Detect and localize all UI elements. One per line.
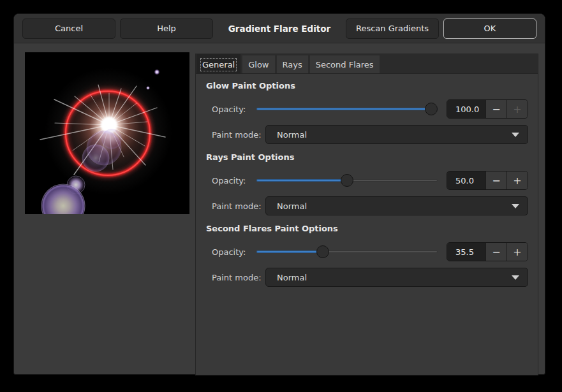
opacity-row: Opacity: 50.0 − + — [212, 171, 528, 190]
dialog-content: General Glow Rays Second Flares Glow Pai… — [14, 43, 545, 374]
plus-button[interactable]: + — [507, 171, 528, 189]
tab-strip: General Glow Rays Second Flares — [196, 54, 538, 74]
rays-opacity-spinbox: 50.0 − + — [447, 171, 528, 190]
rays-opacity-value[interactable]: 50.0 — [447, 171, 485, 189]
opacity-row: Opacity: 35.5 − + — [212, 242, 528, 261]
rescan-gradients-button[interactable]: Rescan Gradients — [346, 18, 439, 39]
tab-second-flares[interactable]: Second Flares — [310, 55, 380, 73]
second-flares-paint-mode-dropdown[interactable]: Normal — [265, 268, 528, 287]
slider-handle[interactable] — [316, 245, 329, 258]
opacity-label: Opacity: — [212, 105, 256, 114]
tab-rays[interactable]: Rays — [277, 55, 308, 73]
title-area: Gradient Flare Editor — [218, 24, 341, 34]
cancel-button[interactable]: Cancel — [22, 18, 115, 39]
chevron-down-icon — [512, 275, 519, 280]
minus-button[interactable]: − — [485, 100, 507, 118]
settings-notebook: General Glow Rays Second Flares Glow Pai… — [195, 54, 538, 375]
paint-mode-value: Normal — [277, 201, 512, 211]
rays-paint-options-section: Rays Paint Options Opacity: 50.0 − + — [206, 152, 528, 215]
paint-mode-row: Paint mode: Normal — [212, 268, 528, 287]
paint-mode-value: Normal — [277, 273, 512, 282]
minus-button[interactable]: − — [485, 243, 507, 261]
slider-fill — [256, 179, 347, 182]
chevron-down-icon — [512, 133, 519, 137]
glow-opacity-value[interactable]: 100.0 — [447, 100, 485, 118]
header-bar: Cancel Help Gradient Flare Editor Rescan… — [14, 14, 545, 43]
help-button[interactable]: Help — [120, 18, 213, 39]
paint-mode-label: Paint mode: — [212, 201, 265, 211]
glow-opacity-slider[interactable] — [256, 102, 439, 116]
paint-mode-value: Normal — [277, 130, 512, 140]
gradient-flare-editor-dialog: Cancel Help Gradient Flare Editor Rescan… — [13, 13, 545, 375]
slider-handle[interactable] — [341, 174, 353, 187]
flare-preview-svg — [25, 52, 189, 214]
slider-handle[interactable] — [425, 103, 438, 115]
section-heading: Rays Paint Options — [206, 152, 528, 163]
section-heading: Glow Paint Options — [206, 80, 528, 91]
second-flares-opacity-spinbox: 35.5 − + — [447, 242, 528, 261]
second-flares-opacity-value[interactable]: 35.5 — [447, 243, 485, 261]
plus-button[interactable]: + — [507, 100, 528, 118]
paint-mode-label: Paint mode: — [212, 273, 265, 282]
glow-paint-options-section: Glow Paint Options Opacity: 100.0 − + — [206, 80, 528, 144]
paint-mode-row: Paint mode: Normal — [212, 125, 528, 144]
tab-general[interactable]: General — [196, 54, 240, 73]
tab-rays-label: Rays — [283, 60, 302, 69]
minus-button[interactable]: − — [485, 171, 507, 189]
second-flares-opacity-slider[interactable] — [256, 245, 439, 259]
tab-glow[interactable]: Glow — [242, 55, 274, 73]
second-flares-paint-options-section: Second Flares Paint Options Opacity: 35.… — [206, 223, 528, 287]
slider-fill — [256, 250, 321, 253]
ok-button[interactable]: OK — [443, 18, 536, 39]
tab-second-flares-label: Second Flares — [316, 60, 374, 69]
glow-opacity-spinbox: 100.0 − + — [447, 99, 528, 119]
opacity-label: Opacity: — [212, 247, 256, 257]
tab-glow-label: Glow — [248, 60, 269, 69]
slider-fill — [256, 108, 438, 110]
section-heading: Second Flares Paint Options — [206, 223, 528, 234]
opacity-label: Opacity: — [212, 176, 256, 185]
paint-mode-label: Paint mode: — [212, 130, 265, 140]
paint-mode-row: Paint mode: Normal — [212, 196, 528, 215]
general-tab-page: Glow Paint Options Opacity: 100.0 − + — [196, 74, 538, 287]
opacity-row: Opacity: 100.0 − + — [212, 99, 528, 119]
rays-paint-mode-dropdown[interactable]: Normal — [265, 196, 528, 215]
rays-opacity-slider[interactable] — [256, 173, 439, 187]
flare-preview-image — [25, 52, 189, 214]
glow-paint-mode-dropdown[interactable]: Normal — [265, 125, 528, 144]
chevron-down-icon — [512, 204, 519, 208]
tab-general-label: General — [202, 60, 235, 69]
plus-button[interactable]: + — [507, 243, 528, 261]
window-title: Gradient Flare Editor — [228, 24, 330, 34]
